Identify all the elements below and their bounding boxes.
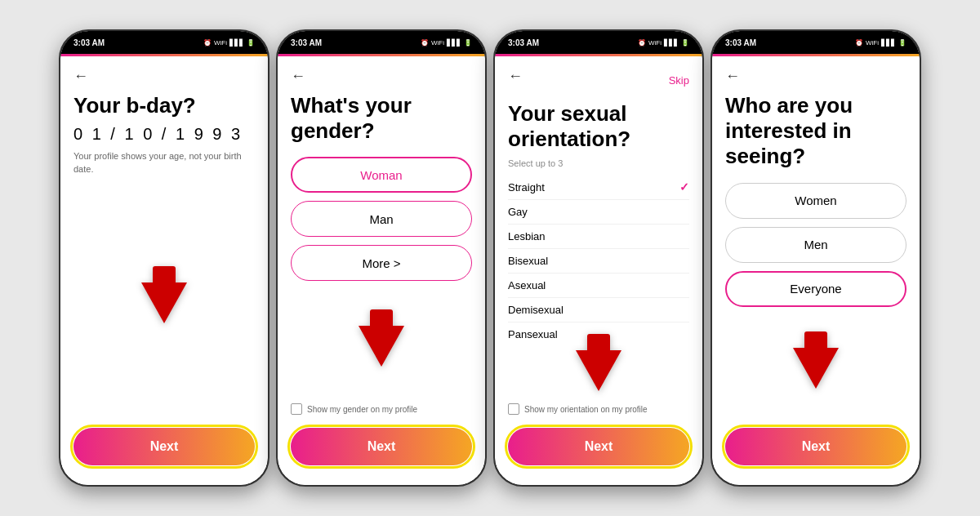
screen-content: ← What's your gender? Woman Man More > S… (278, 56, 485, 485)
arrow-area (725, 315, 906, 421)
gender-options: Woman Man More > (291, 157, 472, 281)
alarm-icon: ⏰ (421, 39, 429, 47)
status-time: 3:03 AM (74, 38, 105, 47)
orientation-label: Lesbian (508, 230, 546, 242)
back-button[interactable]: ← (725, 68, 906, 85)
orientation-item-5[interactable]: Demisexual (508, 298, 689, 322)
orientation-list: Straight ✓ Gay Lesbian Bisexual Asexual … (508, 175, 689, 338)
phone-screen-orientation: 3:03 AM ⏰ WiFi ▋▋▋ 🔋 ← Skip Your sexual … (495, 31, 702, 485)
gender-option-2[interactable]: More > (291, 245, 472, 281)
wifi-icon: WiFi (214, 39, 227, 47)
orientation-subtitle: Select up to 3 (508, 158, 689, 168)
orientation-label: Asexual (508, 279, 546, 291)
next-btn-area: Next (508, 421, 689, 474)
status-bar: 3:03 AM ⏰ WiFi ▋▋▋ 🔋 (495, 31, 702, 54)
orientation-item-3[interactable]: Bisexual (508, 249, 689, 274)
down-arrow-icon (576, 350, 621, 391)
battery-icon: 🔋 (247, 39, 255, 47)
status-icons: ⏰ WiFi ▋▋▋ 🔋 (421, 39, 472, 47)
screen-content: ← Who are you interested in seeing? Wome… (712, 56, 920, 485)
battery-icon: 🔋 (464, 39, 472, 47)
next-btn-area: Next (291, 421, 472, 474)
status-icons: ⏰ WiFi ▋▋▋ 🔋 (855, 39, 906, 47)
header-row: ← Skip (508, 68, 689, 93)
orientation-item-1[interactable]: Gay (508, 200, 689, 225)
next-button[interactable]: Next (725, 428, 906, 465)
date-display: 0 1 / 1 0 / 1 9 9 3 (74, 125, 255, 144)
interest-option-2[interactable]: Everyone (725, 271, 906, 307)
screen-title: What's your gender? (291, 93, 472, 144)
gender-option-0[interactable]: Woman (291, 157, 472, 193)
next-btn-area: Next (74, 421, 255, 474)
alarm-icon: ⏰ (855, 39, 863, 47)
wifi-icon: WiFi (866, 39, 879, 47)
arrow-area (508, 338, 689, 403)
interest-option-1[interactable]: Men (725, 227, 906, 263)
status-icons: ⏰ WiFi ▋▋▋ 🔋 (638, 39, 689, 47)
status-bar: 3:03 AM ⏰ WiFi ▋▋▋ 🔋 (60, 31, 268, 54)
phone-interested: 3:03 AM ⏰ WiFi ▋▋▋ 🔋 ← Who are you inter… (710, 29, 921, 487)
phones-container: 3:03 AM ⏰ WiFi ▋▋▋ 🔋 ← Your b-day? 0 1 /… (51, 21, 929, 495)
down-arrow-icon (793, 348, 839, 389)
status-bar: 3:03 AM ⏰ WiFi ▋▋▋ 🔋 (712, 31, 920, 54)
arrow-area (74, 185, 255, 421)
interest-options: Women Men Everyone (725, 183, 906, 307)
signal-icon: ▋▋▋ (447, 39, 461, 47)
checkbox-row: Show my gender on my profile (291, 403, 472, 415)
signal-icon: ▋▋▋ (881, 39, 896, 47)
show-gender-label: Show my gender on my profile (307, 405, 417, 414)
status-time: 3:03 AM (508, 38, 539, 47)
status-bar: 3:03 AM ⏰ WiFi ▋▋▋ 🔋 (278, 31, 485, 54)
phone-orientation: 3:03 AM ⏰ WiFi ▋▋▋ 🔋 ← Skip Your sexual … (493, 29, 704, 487)
wifi-icon: WiFi (431, 39, 444, 47)
show-gender-checkbox[interactable] (291, 403, 302, 415)
phone-screen-gender: 3:03 AM ⏰ WiFi ▋▋▋ 🔋 ← What's your gende… (278, 31, 485, 485)
next-button[interactable]: Next (74, 428, 255, 465)
orientation-label: Gay (508, 206, 528, 218)
bday-subtitle: Your profile shows your age, not your bi… (74, 150, 255, 176)
screen-title: Your b-day? (74, 93, 255, 118)
orientation-label: Pansexual (508, 328, 558, 338)
screen-title: Your sexual orientation? (508, 101, 689, 152)
signal-icon: ▋▋▋ (229, 39, 244, 47)
screen-content: ← Your b-day? 0 1 / 1 0 / 1 9 9 3 Your p… (60, 56, 268, 485)
show-orientation-label: Show my orientation on my profile (524, 405, 648, 414)
phone-gender: 3:03 AM ⏰ WiFi ▋▋▋ 🔋 ← What's your gende… (276, 29, 487, 487)
alarm-icon: ⏰ (638, 39, 646, 47)
orientation-item-4[interactable]: Asexual (508, 274, 689, 298)
orientation-label: Bisexual (508, 255, 548, 267)
gender-option-1[interactable]: Man (291, 201, 472, 237)
phone-screen-interested: 3:03 AM ⏰ WiFi ▋▋▋ 🔋 ← Who are you inter… (712, 31, 920, 485)
arrow-area (291, 289, 472, 403)
checkbox-row: Show my orientation on my profile (508, 403, 689, 415)
skip-button[interactable]: Skip (669, 74, 689, 87)
orientation-label: Demisexual (508, 304, 564, 316)
screen-content: ← Skip Your sexual orientation? Select u… (495, 56, 702, 485)
orientation-item-2[interactable]: Lesbian (508, 225, 689, 249)
battery-icon: 🔋 (681, 39, 689, 47)
next-button[interactable]: Next (291, 428, 472, 465)
status-time: 3:03 AM (291, 38, 322, 47)
back-button[interactable]: ← (508, 68, 523, 85)
down-arrow-icon (141, 282, 187, 323)
phone-bday: 3:03 AM ⏰ WiFi ▋▋▋ 🔋 ← Your b-day? 0 1 /… (59, 29, 270, 487)
battery-icon: 🔋 (898, 39, 906, 47)
back-button[interactable]: ← (74, 68, 255, 85)
down-arrow-icon (359, 326, 404, 367)
status-time: 3:03 AM (725, 38, 756, 47)
back-button[interactable]: ← (291, 68, 472, 85)
orientation-item-0[interactable]: Straight ✓ (508, 175, 689, 200)
show-orientation-checkbox[interactable] (508, 403, 519, 415)
next-btn-area: Next (725, 421, 906, 474)
check-icon: ✓ (679, 180, 689, 194)
alarm-icon: ⏰ (203, 39, 212, 47)
next-button[interactable]: Next (508, 428, 689, 465)
status-icons: ⏰ WiFi ▋▋▋ 🔋 (203, 39, 255, 47)
wifi-icon: WiFi (648, 39, 662, 47)
interest-option-0[interactable]: Women (725, 183, 906, 219)
signal-icon: ▋▋▋ (664, 39, 679, 47)
orientation-label: Straight (508, 181, 545, 194)
screen-title: Who are you interested in seeing? (725, 93, 906, 170)
phone-screen-bday: 3:03 AM ⏰ WiFi ▋▋▋ 🔋 ← Your b-day? 0 1 /… (60, 31, 268, 485)
